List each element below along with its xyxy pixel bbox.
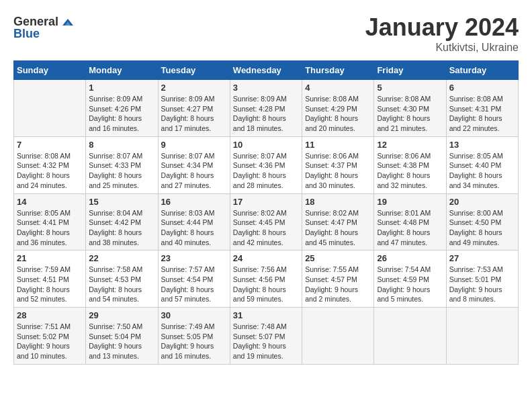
day-number: 4 xyxy=(305,83,371,93)
day-number: 9 xyxy=(161,140,227,150)
day-number: 7 xyxy=(17,140,83,150)
day-number: 13 xyxy=(449,140,515,150)
calendar-cell: 19Sunrise: 8:01 AMSunset: 4:48 PMDayligh… xyxy=(374,193,446,250)
day-number: 14 xyxy=(17,197,83,207)
day-number: 5 xyxy=(377,83,443,93)
day-info-line: Daylight: 8 hours xyxy=(233,228,286,236)
calendar-cell: 17Sunrise: 8:02 AMSunset: 4:45 PMDayligh… xyxy=(230,193,302,250)
week-row-3: 14Sunrise: 8:05 AMSunset: 4:41 PMDayligh… xyxy=(14,193,519,250)
day-info-line: and 16 minutes. xyxy=(89,124,139,132)
calendar-cell: 25Sunrise: 7:55 AMSunset: 4:57 PMDayligh… xyxy=(302,250,374,308)
day-info-line: Sunrise: 7:58 AM xyxy=(89,265,142,273)
day-info-line: Sunrise: 7:49 AM xyxy=(161,322,215,330)
weekday-header-tuesday: Tuesday xyxy=(158,61,230,80)
day-info-line: Daylight: 8 hours xyxy=(233,285,286,293)
day-number: 26 xyxy=(377,253,443,263)
day-info-line: Sunset: 4:38 PM xyxy=(377,161,429,169)
day-info: Sunrise: 8:08 AMSunset: 4:32 PMDaylight:… xyxy=(17,151,83,191)
day-info-line: Daylight: 8 hours xyxy=(89,228,142,236)
day-info-line: and 40 minutes. xyxy=(161,238,212,246)
day-number: 27 xyxy=(449,253,515,263)
day-info-line: Sunrise: 8:03 AM xyxy=(161,209,215,217)
calendar-cell: 27Sunrise: 7:53 AMSunset: 5:01 PMDayligh… xyxy=(446,250,518,308)
calendar-cell xyxy=(374,308,446,365)
calendar-cell: 23Sunrise: 7:57 AMSunset: 4:54 PMDayligh… xyxy=(158,250,230,308)
day-info-line: Sunset: 4:26 PM xyxy=(89,105,141,113)
day-info-line: Sunset: 4:45 PM xyxy=(233,218,285,226)
day-info-line: Sunrise: 7:48 AM xyxy=(233,322,287,330)
day-info-line: Sunset: 4:37 PM xyxy=(305,161,357,169)
day-info-line: Sunset: 4:34 PM xyxy=(161,161,214,169)
calendar-cell: 31Sunrise: 7:48 AMSunset: 5:07 PMDayligh… xyxy=(230,308,302,365)
calendar: SundayMondayTuesdayWednesdayThursdayFrid… xyxy=(13,60,519,365)
day-info-line: and 2 minutes. xyxy=(305,295,351,303)
day-number: 30 xyxy=(161,310,227,320)
weekday-header-wednesday: Wednesday xyxy=(230,61,302,80)
day-info-line: Sunrise: 7:51 AM xyxy=(17,322,71,330)
day-info-line: Sunrise: 7:59 AM xyxy=(17,265,71,273)
day-info-line: Daylight: 9 hours xyxy=(89,342,142,350)
weekday-header-row: SundayMondayTuesdayWednesdayThursdayFrid… xyxy=(14,61,519,80)
day-info: Sunrise: 8:05 AMSunset: 4:41 PMDaylight:… xyxy=(17,208,83,248)
calendar-cell: 18Sunrise: 8:02 AMSunset: 4:47 PMDayligh… xyxy=(302,193,374,250)
day-info-line: Daylight: 8 hours xyxy=(161,114,214,122)
day-number: 10 xyxy=(233,140,299,150)
logo: General Blue xyxy=(13,13,76,41)
day-info-line: Daylight: 8 hours xyxy=(89,285,142,293)
day-number: 29 xyxy=(89,310,154,320)
day-info-line: and 59 minutes. xyxy=(233,295,283,303)
calendar-cell: 8Sunrise: 8:07 AMSunset: 4:33 PMDaylight… xyxy=(86,136,158,193)
day-info-line: and 13 minutes. xyxy=(89,352,139,360)
day-number: 1 xyxy=(89,83,154,93)
day-number: 3 xyxy=(233,83,299,93)
day-info-line: Sunset: 4:59 PM xyxy=(377,275,429,283)
day-info-line: Daylight: 8 hours xyxy=(449,114,502,122)
day-number: 15 xyxy=(89,197,154,207)
week-row-2: 7Sunrise: 8:08 AMSunset: 4:32 PMDaylight… xyxy=(14,136,519,193)
day-info-line: and 47 minutes. xyxy=(377,238,427,246)
calendar-cell xyxy=(14,80,86,137)
day-info-line: and 8 minutes. xyxy=(449,295,496,303)
day-info-line: Daylight: 9 hours xyxy=(17,342,70,350)
day-info-line: and 22 minutes. xyxy=(449,124,500,132)
day-info-line: Sunrise: 8:01 AM xyxy=(377,209,431,217)
day-info-line: and 52 minutes. xyxy=(17,295,67,303)
day-info-line: and 17 minutes. xyxy=(161,124,212,132)
day-info-line: Sunrise: 8:06 AM xyxy=(305,152,359,160)
day-info-line: Daylight: 8 hours xyxy=(305,171,358,179)
day-info-line: Daylight: 8 hours xyxy=(377,114,430,122)
day-info: Sunrise: 7:53 AMSunset: 5:01 PMDaylight:… xyxy=(449,265,515,304)
day-info-line: Sunrise: 8:08 AM xyxy=(305,95,359,103)
day-info-line: Daylight: 8 hours xyxy=(17,171,70,179)
day-number: 8 xyxy=(89,140,154,150)
weekday-header-saturday: Saturday xyxy=(446,61,518,80)
calendar-cell: 26Sunrise: 7:54 AMSunset: 4:59 PMDayligh… xyxy=(374,250,446,308)
day-info-line: and 57 minutes. xyxy=(161,295,212,303)
calendar-cell: 13Sunrise: 8:05 AMSunset: 4:40 PMDayligh… xyxy=(446,136,518,193)
calendar-cell: 4Sunrise: 8:08 AMSunset: 4:29 PMDaylight… xyxy=(302,80,374,137)
day-info-line: Daylight: 8 hours xyxy=(161,171,214,179)
day-info-line: and 16 minutes. xyxy=(161,352,212,360)
day-info-line: and 20 minutes. xyxy=(305,124,355,132)
calendar-cell: 20Sunrise: 8:00 AMSunset: 4:50 PMDayligh… xyxy=(446,193,518,250)
location-title: Kutkivtsi, Ukraine xyxy=(365,42,519,54)
day-info: Sunrise: 8:09 AMSunset: 4:28 PMDaylight:… xyxy=(233,94,299,134)
day-info-line: Sunset: 4:30 PM xyxy=(377,105,429,113)
calendar-cell xyxy=(302,308,374,365)
calendar-cell: 22Sunrise: 7:58 AMSunset: 4:53 PMDayligh… xyxy=(86,250,158,308)
day-info-line: Sunset: 4:33 PM xyxy=(89,161,141,169)
day-info-line: Daylight: 9 hours xyxy=(161,342,214,350)
day-number: 16 xyxy=(161,197,227,207)
day-info-line: and 30 minutes. xyxy=(305,181,355,189)
day-info: Sunrise: 8:02 AMSunset: 4:45 PMDaylight:… xyxy=(233,208,299,248)
calendar-cell: 14Sunrise: 8:05 AMSunset: 4:41 PMDayligh… xyxy=(14,193,86,250)
day-info: Sunrise: 7:56 AMSunset: 4:56 PMDaylight:… xyxy=(233,265,299,304)
day-info-line: Sunrise: 8:07 AM xyxy=(161,152,215,160)
weekday-header-sunday: Sunday xyxy=(14,61,86,80)
day-info-line: Sunset: 5:02 PM xyxy=(17,332,69,340)
day-info-line: Daylight: 8 hours xyxy=(89,114,142,122)
day-info: Sunrise: 8:08 AMSunset: 4:29 PMDaylight:… xyxy=(305,94,371,134)
weekday-header-monday: Monday xyxy=(86,61,158,80)
day-info-line: and 45 minutes. xyxy=(305,238,355,246)
day-number: 6 xyxy=(449,83,515,93)
